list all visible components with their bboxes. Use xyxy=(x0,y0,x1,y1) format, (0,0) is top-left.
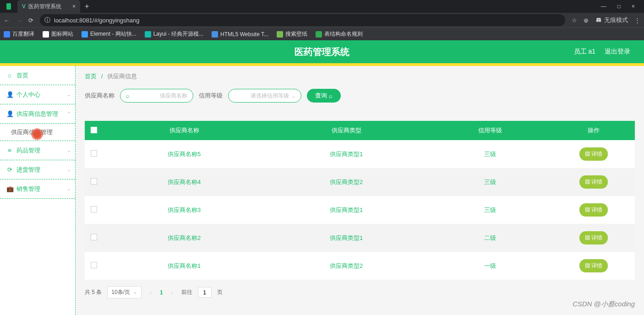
forward-icon[interactable]: → xyxy=(16,17,22,24)
svg-point-1 xyxy=(599,20,601,22)
table-row: 供应商名称4 供应商类型2 三级 ▤ 详情 xyxy=(85,168,635,196)
close-icon[interactable]: × xyxy=(72,3,76,10)
search-icon: ⌕ xyxy=(126,92,130,99)
bookmark-item[interactable]: Element - 网站快... xyxy=(82,30,136,38)
chevron-down-icon: ⌄ xyxy=(67,186,71,191)
breadcrumb-home[interactable]: 首页 xyxy=(85,73,97,80)
extension-icon[interactable]: ⊕ xyxy=(584,17,589,24)
incognito-icon[interactable]: 无痕模式 xyxy=(595,16,628,24)
user-icon: 👤 xyxy=(6,110,13,117)
prev-page-button[interactable]: ‹ xyxy=(147,289,154,296)
star-icon[interactable]: ☆ xyxy=(572,17,577,24)
sidebar-item-profile[interactable]: 👤个人中心⌄ xyxy=(0,85,75,104)
sidebar-item-sales[interactable]: 💼销售管理⌄ xyxy=(0,179,75,199)
sidebar-item-supplier[interactable]: 👤供应商信息管理⌃ xyxy=(0,104,75,124)
search-form: 供应商名称 ⌕ 供应商名称 信用等级 请选择信用等级 ⌄ 查询⌕ xyxy=(85,89,635,103)
pagination: 共 5 条 10条/页⌄ ‹ 1 › 前往 页 xyxy=(85,286,635,299)
row-checkbox[interactable] xyxy=(91,150,97,157)
bookmark-item[interactable]: 图标网站 xyxy=(43,30,73,38)
row-checkbox[interactable] xyxy=(91,178,97,185)
refresh-icon: ⟳ xyxy=(6,166,13,173)
table-row: 供应商名称2 供应商类型1 二级 ▤ 详情 xyxy=(85,224,635,252)
new-tab-button[interactable]: + xyxy=(85,2,89,11)
page-suffix: 页 xyxy=(217,288,223,296)
bookmark-item[interactable]: HTML5 Website T... xyxy=(212,31,268,38)
col-name: 供应商名称 xyxy=(103,121,265,140)
search-icon: ⌕ xyxy=(329,92,333,99)
tab-other[interactable] xyxy=(2,0,16,13)
cell-name: 供应商名称2 xyxy=(103,224,265,252)
cell-name: 供应商名称4 xyxy=(103,168,265,196)
home-icon: ⌂ xyxy=(6,72,13,79)
table-row: 供应商名称3 供应商类型1 三级 ▤ 详情 xyxy=(85,196,635,224)
col-level: 信用等级 xyxy=(427,121,552,140)
name-label: 供应商名称 xyxy=(85,92,115,100)
doc-icon: ▤ xyxy=(585,150,590,158)
detail-button[interactable]: ▤ 详情 xyxy=(579,175,608,189)
info-icon: ⓘ xyxy=(44,16,50,24)
sidebar: ⌂首页 👤个人中心⌄ 👤供应商信息管理⌃ 供应商信息管理 ≡药品管理⌄ ⟳进货管… xyxy=(0,66,76,315)
logout-link[interactable]: 退出登录 xyxy=(605,48,630,56)
user-label[interactable]: 员工 a1 xyxy=(574,48,595,56)
bookmark-item[interactable]: 表结构命名规则 xyxy=(316,30,363,38)
detail-button[interactable]: ▤ 详情 xyxy=(579,259,608,272)
chevron-down-icon: ⌄ xyxy=(292,93,295,98)
row-checkbox[interactable] xyxy=(91,234,97,240)
chevron-down-icon: ⌄ xyxy=(67,167,71,172)
goto-input[interactable] xyxy=(198,287,212,298)
close-window-icon[interactable]: × xyxy=(632,3,635,10)
detail-button[interactable]: ▤ 详情 xyxy=(579,203,608,217)
cell-level: 三级 xyxy=(427,140,552,168)
menu-icon[interactable]: ⋮ xyxy=(634,17,640,24)
sidebar-item-medicine[interactable]: ≡药品管理⌄ xyxy=(0,141,75,160)
app-header: 医药管理系统 员工 a1 退出登录 xyxy=(0,40,644,63)
bookmarks-bar: 百度翻译 图标网站 Element - 网站快... Layui - 经典开源模… xyxy=(0,27,644,40)
chevron-down-icon: ⌃ xyxy=(67,111,71,116)
total-text: 共 5 条 xyxy=(85,288,102,296)
checkbox-all[interactable] xyxy=(91,127,97,133)
cell-name: 供应商名称5 xyxy=(103,140,265,168)
list-icon: ≡ xyxy=(6,147,13,154)
minimize-icon[interactable]: — xyxy=(601,3,606,10)
cell-type: 供应商类型1 xyxy=(265,224,427,252)
table-row: 供应商名称5 供应商类型1 三级 ▤ 详情 xyxy=(85,140,635,168)
app-title: 医药管理系统 xyxy=(295,46,349,58)
row-checkbox[interactable] xyxy=(91,262,97,268)
page-current[interactable]: 1 xyxy=(160,289,163,296)
sidebar-item-purchase[interactable]: ⟳进货管理⌄ xyxy=(0,160,75,179)
address-bar: ← → ⟳ ⓘ localhost:8081/#/gongyingshang ☆… xyxy=(0,13,644,27)
detail-button[interactable]: ▤ 详情 xyxy=(579,231,608,244)
back-icon[interactable]: ← xyxy=(4,17,10,24)
search-button[interactable]: 查询⌕ xyxy=(307,89,341,103)
maximize-icon[interactable]: □ xyxy=(617,3,621,10)
cell-type: 供应商类型1 xyxy=(265,196,427,224)
breadcrumb-current: 供应商信息 xyxy=(107,73,137,80)
page-size-select[interactable]: 10条/页⌄ xyxy=(107,286,142,299)
sidebar-sub-supplier-info[interactable]: 供应商信息管理 xyxy=(0,124,75,141)
detail-button[interactable]: ▤ 详情 xyxy=(579,147,608,161)
bookmark-item[interactable]: Layui - 经典开源模... xyxy=(145,30,203,38)
cell-level: 三级 xyxy=(427,168,552,196)
browser-tab-active[interactable]: V 医药管理系统 × xyxy=(17,0,80,13)
name-input[interactable]: ⌕ 供应商名称 xyxy=(120,89,193,103)
level-select[interactable]: 请选择信用等级 ⌄ xyxy=(228,89,301,103)
cell-name: 供应商名称3 xyxy=(103,196,265,224)
window-controls: — □ × xyxy=(601,3,644,10)
reload-icon[interactable]: ⟳ xyxy=(28,17,33,24)
bookmark-item[interactable]: 搜索壁纸 xyxy=(277,30,307,38)
chevron-down-icon: ⌄ xyxy=(133,288,137,296)
browser-tab-strip: V 医药管理系统 × + — □ × xyxy=(0,0,644,13)
url-input[interactable]: ⓘ localhost:8081/#/gongyingshang xyxy=(40,14,565,26)
cell-type: 供应商类型2 xyxy=(265,252,427,280)
svg-point-0 xyxy=(596,20,599,22)
cell-name: 供应商名称1 xyxy=(103,252,265,280)
bookmark-item[interactable]: 百度翻译 xyxy=(4,30,34,38)
cell-type: 供应商类型2 xyxy=(265,168,427,196)
tab-title: 医药管理系统 xyxy=(28,3,61,11)
cell-level: 二级 xyxy=(427,224,552,252)
next-page-button[interactable]: › xyxy=(169,289,176,296)
col-action: 操作 xyxy=(552,121,635,140)
sidebar-item-home[interactable]: ⌂首页 xyxy=(0,66,75,85)
doc-icon: ▤ xyxy=(585,262,590,270)
row-checkbox[interactable] xyxy=(91,206,97,212)
